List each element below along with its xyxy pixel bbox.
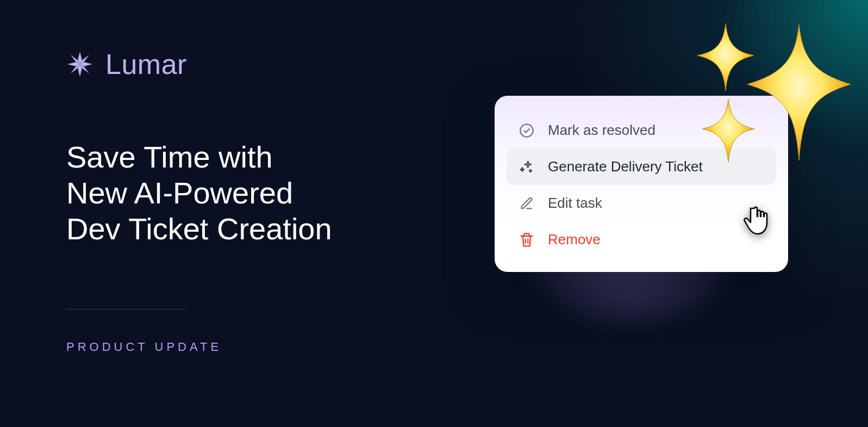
edit-icon bbox=[519, 195, 535, 212]
menu-item-remove[interactable]: Remove bbox=[507, 221, 776, 258]
menu-item-edit-task[interactable]: Edit task bbox=[507, 185, 776, 221]
menu-item-generate-ticket[interactable]: Generate Delivery Ticket bbox=[507, 148, 776, 185]
divider bbox=[66, 309, 186, 310]
menu-item-resolve[interactable]: Mark as resolved bbox=[507, 112, 776, 148]
sparkle-icon bbox=[519, 159, 535, 175]
kicker-label: PRODUCT UPDATE bbox=[66, 340, 222, 354]
headline-line-3: Dev Ticket Creation bbox=[66, 211, 332, 247]
menu-item-label: Mark as resolved bbox=[548, 122, 655, 139]
check-circle-icon bbox=[519, 122, 535, 139]
star-icon bbox=[66, 51, 93, 78]
brand-logo: Lumar bbox=[66, 48, 187, 81]
headline-line-2: New AI-Powered bbox=[66, 175, 332, 211]
page-title: Save Time with New AI-Powered Dev Ticket… bbox=[66, 139, 332, 247]
menu-item-label: Generate Delivery Ticket bbox=[548, 158, 703, 175]
context-menu: Mark as resolved Generate Delivery Ticke… bbox=[495, 96, 788, 272]
brand-name: Lumar bbox=[105, 48, 187, 81]
menu-item-label: Edit task bbox=[548, 195, 602, 212]
menu-item-label: Remove bbox=[548, 231, 601, 248]
svg-point-0 bbox=[520, 124, 533, 137]
headline-line-1: Save Time with bbox=[66, 139, 332, 175]
trash-icon bbox=[519, 232, 535, 248]
